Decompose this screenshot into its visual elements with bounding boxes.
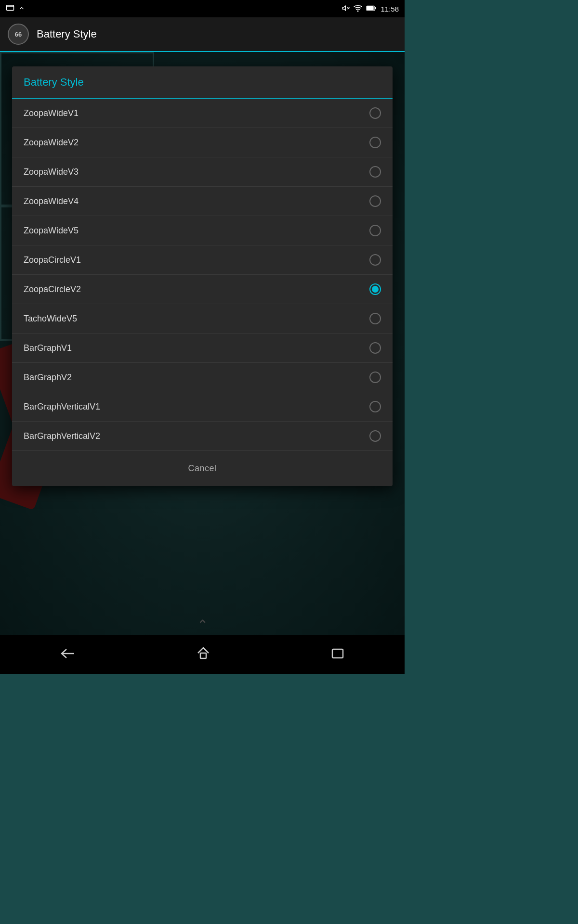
list-item[interactable]: BarGraphVerticalV1 — [12, 392, 393, 422]
expand-icon — [18, 5, 25, 13]
cancel-button[interactable]: Cancel — [172, 458, 232, 479]
dialog-overlay: Battery Style ZoopaWideV1ZoopaWideV2Zoop… — [0, 52, 405, 635]
radio-button[interactable] — [369, 283, 381, 295]
radio-button[interactable] — [369, 166, 381, 178]
dialog-title: Battery Style — [12, 66, 393, 99]
list-item[interactable]: ZoopaWideV3 — [12, 157, 393, 187]
app-icon: 66 — [8, 24, 29, 45]
item-label: ZoopaWideV3 — [24, 167, 79, 177]
svg-point-5 — [357, 10, 359, 12]
wifi-icon — [354, 4, 362, 13]
svg-rect-0 — [7, 5, 14, 11]
radio-button[interactable] — [369, 372, 381, 383]
radio-button[interactable] — [369, 195, 381, 207]
mute-icon — [342, 4, 350, 13]
status-bar: 11:58 — [0, 0, 405, 17]
radio-button[interactable] — [369, 254, 381, 266]
item-label: ZoopaWideV5 — [24, 226, 79, 236]
radio-button[interactable] — [369, 137, 381, 148]
app-bar-title: Battery Style — [37, 28, 97, 40]
list-item[interactable]: ZoopaWideV5 — [12, 216, 393, 245]
item-label: ZoopaCircleV2 — [24, 284, 81, 295]
status-bar-left — [6, 4, 25, 14]
list-item[interactable]: ZoopaWideV4 — [12, 187, 393, 216]
battery-icon — [366, 5, 377, 13]
list-item[interactable]: ZoopaWideV2 — [12, 128, 393, 157]
radio-button[interactable] — [369, 225, 381, 236]
dialog-actions: Cancel — [12, 451, 393, 486]
svg-rect-10 — [200, 653, 206, 658]
nav-bar — [0, 635, 405, 674]
item-label: BarGraphV1 — [24, 343, 72, 353]
svg-rect-11 — [332, 649, 343, 658]
svg-rect-8 — [367, 6, 374, 10]
nav-back-icon[interactable] — [51, 642, 85, 667]
radio-button[interactable] — [369, 401, 381, 412]
battery-style-dialog: Battery Style ZoopaWideV1ZoopaWideV2Zoop… — [12, 66, 393, 486]
status-bar-right: 11:58 — [342, 4, 399, 13]
status-time: 11:58 — [381, 5, 399, 13]
item-label: BarGraphVerticalV2 — [24, 431, 100, 441]
radio-button[interactable] — [369, 313, 381, 324]
list-item[interactable]: ZoopaWideV1 — [12, 99, 393, 128]
list-item[interactable]: ZoopaCircleV2 — [12, 275, 393, 304]
radio-button[interactable] — [369, 107, 381, 119]
item-label: ZoopaWideV4 — [24, 196, 79, 206]
item-label: BarGraphV2 — [24, 372, 72, 383]
item-label: TachoWideV5 — [24, 314, 77, 324]
notification-icon — [6, 4, 14, 14]
nav-home-icon[interactable] — [187, 642, 219, 667]
nav-recents-icon[interactable] — [322, 642, 354, 667]
battery-style-list: ZoopaWideV1ZoopaWideV2ZoopaWideV3ZoopaWi… — [12, 99, 393, 451]
list-item[interactable]: ZoopaCircleV1 — [12, 245, 393, 275]
list-item[interactable]: BarGraphVerticalV2 — [12, 422, 393, 451]
list-item[interactable]: BarGraphV2 — [12, 363, 393, 392]
list-item[interactable]: BarGraphV1 — [12, 334, 393, 363]
radio-button[interactable] — [369, 342, 381, 354]
svg-rect-7 — [375, 7, 376, 9]
item-label: ZoopaWideV1 — [24, 108, 79, 118]
item-label: BarGraphVerticalV1 — [24, 402, 100, 412]
item-label: ZoopaCircleV1 — [24, 255, 81, 265]
list-item[interactable]: TachoWideV5 — [12, 304, 393, 334]
radio-button[interactable] — [369, 430, 381, 442]
item-label: ZoopaWideV2 — [24, 138, 79, 148]
svg-marker-2 — [343, 6, 346, 10]
app-bar: 66 Battery Style — [0, 17, 405, 52]
